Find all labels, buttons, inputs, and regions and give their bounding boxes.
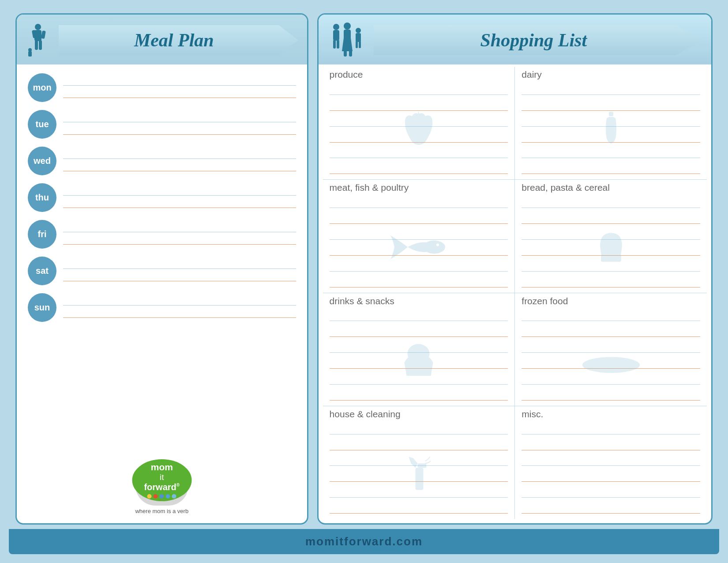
line bbox=[63, 261, 296, 269]
line bbox=[330, 440, 508, 450]
line bbox=[63, 273, 296, 281]
line bbox=[63, 298, 296, 306]
dot-blue2 bbox=[166, 494, 170, 499]
logo-mom: mom bbox=[151, 462, 173, 472]
meat-label: meat, fish & poultry bbox=[330, 182, 508, 193]
svg-point-12 bbox=[344, 23, 351, 30]
cupcake-icon bbox=[402, 343, 435, 378]
shopping-banner: Shopping List bbox=[374, 25, 702, 55]
house-lines bbox=[330, 421, 508, 516]
day-circle-tue: tue bbox=[28, 110, 56, 139]
day-row-tue: tue bbox=[28, 110, 296, 139]
day-lines-sun bbox=[63, 298, 296, 318]
shopping-header: Shopping List bbox=[319, 15, 711, 64]
footer: momitforward.com bbox=[9, 529, 719, 554]
line bbox=[330, 326, 508, 337]
day-lines-mon bbox=[63, 78, 296, 98]
line bbox=[330, 261, 508, 272]
bread-icon bbox=[596, 230, 627, 264]
line bbox=[330, 277, 508, 287]
logo-forward: forward® bbox=[144, 482, 180, 492]
line bbox=[63, 90, 296, 98]
dairy-lines bbox=[522, 82, 700, 177]
line bbox=[522, 163, 700, 174]
day-circle-sun: sun bbox=[28, 293, 56, 322]
section-produce: produce bbox=[323, 67, 515, 179]
day-row-fri: fri bbox=[28, 220, 296, 249]
line bbox=[522, 310, 700, 321]
meal-plan-footer: mom it forward® bbox=[17, 453, 307, 523]
day-circle-wed: wed bbox=[28, 147, 56, 175]
day-row-sun: sun bbox=[28, 293, 296, 322]
line bbox=[522, 487, 700, 498]
frozen-fish-icon bbox=[580, 355, 642, 375]
line bbox=[330, 310, 508, 321]
misc-label: misc. bbox=[522, 409, 700, 419]
section-frozen: frozen food bbox=[515, 293, 707, 406]
dairy-label: dairy bbox=[522, 69, 700, 80]
svg-rect-4 bbox=[35, 40, 38, 50]
line bbox=[522, 471, 700, 482]
meat-lines bbox=[330, 195, 508, 290]
svg-point-16 bbox=[356, 28, 361, 33]
drinks-lines bbox=[330, 308, 508, 403]
svg-rect-15 bbox=[349, 50, 352, 57]
section-drinks: drinks & snacks bbox=[323, 293, 515, 406]
frozen-lines bbox=[522, 308, 700, 403]
bottle-icon bbox=[604, 112, 618, 147]
svg-point-21 bbox=[423, 240, 445, 253]
line bbox=[522, 277, 700, 287]
svg-rect-19 bbox=[359, 41, 361, 48]
meal-plan-header: Meal Plan bbox=[17, 15, 307, 64]
line bbox=[330, 84, 508, 95]
spray-icon bbox=[406, 455, 431, 492]
logo-green-circle: mom it forward® bbox=[132, 459, 191, 501]
produce-lines bbox=[330, 82, 508, 177]
svg-rect-5 bbox=[39, 40, 42, 50]
produce-label: produce bbox=[330, 69, 508, 80]
svg-rect-9 bbox=[333, 30, 339, 41]
meal-plan-banner: Meal Plan bbox=[59, 25, 298, 55]
line bbox=[330, 424, 508, 435]
main-container: Meal Plan mon tue bbox=[9, 9, 719, 554]
shopping-body: produce bbox=[319, 64, 711, 523]
day-row-mon: mon bbox=[28, 73, 296, 102]
svg-point-6 bbox=[28, 48, 32, 52]
day-circle-fri: fri bbox=[28, 220, 56, 249]
line bbox=[522, 342, 700, 353]
line bbox=[330, 147, 508, 158]
line bbox=[522, 213, 700, 224]
house-label: house & cleaning bbox=[330, 409, 508, 419]
section-house: house & cleaning bbox=[323, 406, 515, 519]
line bbox=[330, 390, 508, 401]
logo-dots bbox=[147, 494, 176, 499]
line bbox=[63, 200, 296, 208]
line bbox=[522, 455, 700, 466]
day-lines-wed bbox=[63, 151, 296, 171]
line bbox=[330, 197, 508, 208]
fish-icon bbox=[390, 235, 447, 259]
line bbox=[522, 440, 700, 450]
day-row-sat: sat bbox=[28, 257, 296, 285]
shopping-row-1: produce bbox=[323, 67, 707, 180]
line bbox=[522, 100, 700, 111]
line bbox=[63, 151, 296, 159]
line bbox=[330, 503, 508, 514]
svg-rect-18 bbox=[356, 41, 358, 48]
svg-rect-20 bbox=[609, 112, 613, 116]
svg-rect-26 bbox=[415, 468, 423, 490]
svg-rect-17 bbox=[356, 33, 361, 42]
day-circle-thu: thu bbox=[28, 183, 56, 212]
shopping-row-4: house & cleaning bbox=[323, 406, 707, 519]
top-section: Meal Plan mon tue bbox=[9, 9, 719, 529]
logo-it: it bbox=[160, 472, 164, 482]
svg-rect-10 bbox=[337, 40, 339, 49]
footer-text: momitforward.com bbox=[305, 535, 423, 548]
frozen-label: frozen food bbox=[522, 296, 700, 306]
dot-blue3 bbox=[172, 494, 176, 499]
svg-rect-14 bbox=[344, 50, 347, 57]
svg-point-22 bbox=[436, 243, 439, 246]
drinks-label: drinks & snacks bbox=[330, 296, 508, 306]
meal-plan-title: Meal Plan bbox=[134, 30, 214, 51]
day-lines-fri bbox=[63, 224, 296, 245]
